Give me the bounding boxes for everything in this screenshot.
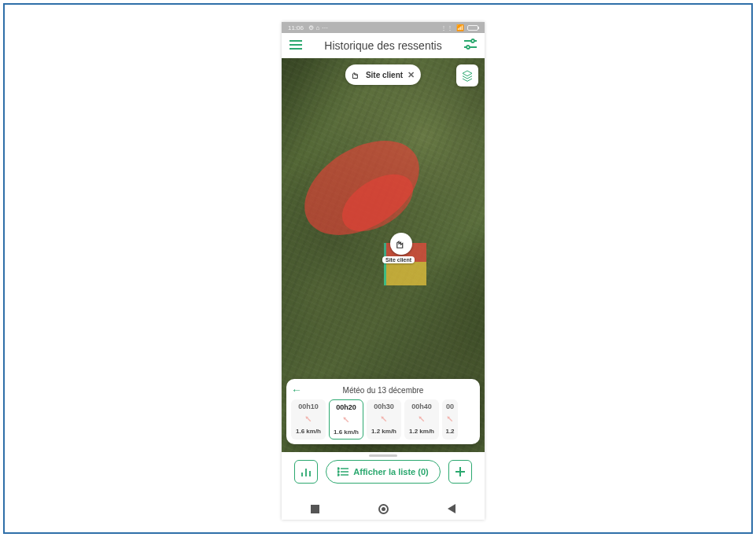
weather-time-card-partial[interactable]: 00 1.2 — [442, 399, 458, 440]
svg-point-0 — [471, 39, 474, 42]
wind-speed-label: 1.6 km/h — [296, 428, 321, 435]
time-label: 00 — [446, 403, 454, 410]
wind-speed-label: 1.2 — [445, 428, 454, 435]
site-marker-label: Site client — [382, 256, 415, 263]
phone-frame: 11:06 ⚙ ⌂ ⋯ ⋮⋮ 📶 Historique des ressenti… — [282, 22, 485, 520]
wind-arrow-icon — [341, 414, 352, 425]
signal-icon: 📶 — [456, 24, 464, 31]
wind-arrow-icon — [416, 414, 427, 425]
filter-icon[interactable] — [464, 39, 477, 53]
list-icon — [337, 467, 348, 476]
plus-icon — [455, 466, 466, 477]
wind-speed-label: 1.2 km/h — [371, 428, 396, 435]
nav-back-icon[interactable] — [448, 504, 455, 513]
svg-point-14 — [337, 474, 339, 476]
layers-icon — [461, 69, 474, 82]
svg-point-13 — [337, 471, 339, 473]
map-view[interactable]: Site client Site client ✕ ← Météo du 13 … — [282, 58, 485, 452]
weather-back-button[interactable]: ← — [291, 384, 305, 396]
wifi-icon: ⋮⋮ — [441, 24, 453, 31]
stats-button[interactable] — [294, 460, 318, 484]
drag-handle[interactable] — [369, 454, 397, 457]
wind-speed-label: 1.2 km/h — [409, 428, 434, 435]
weather-time-card[interactable]: 00h30 1.2 km/h — [367, 399, 401, 440]
time-label: 00h40 — [411, 403, 432, 410]
status-bar: 11:06 ⚙ ⌂ ⋯ ⋮⋮ 📶 — [282, 22, 485, 33]
svg-point-12 — [337, 468, 339, 469]
wind-arrow-icon — [378, 414, 389, 425]
weather-time-card[interactable]: 00h10 1.6 km/h — [291, 399, 326, 440]
site-filter-chip[interactable]: Site client ✕ — [345, 64, 421, 85]
weather-title: Météo du 13 décembre — [305, 386, 461, 395]
weather-times-row[interactable]: 00h10 1.6 km/h00h20 1.6 km/h00h30 1.2 km… — [291, 399, 475, 440]
time-label: 00h20 — [336, 403, 356, 411]
weather-panel: ← Météo du 13 décembre 00h10 1.6 km/h00h… — [286, 379, 480, 444]
show-list-button[interactable]: Afficher la liste (0) — [326, 460, 440, 484]
chip-label: Site client — [366, 71, 403, 79]
app-bar: Historique des ressentis — [282, 33, 485, 58]
weather-time-card[interactable]: 00h20 1.6 km/h — [329, 399, 363, 440]
page-title: Historique des ressentis — [310, 39, 456, 52]
wind-arrow-icon — [303, 414, 314, 425]
time-label: 00h30 — [374, 403, 394, 410]
weather-time-card[interactable]: 00h40 1.2 km/h — [404, 399, 439, 440]
layers-button[interactable] — [456, 64, 478, 86]
nav-recent-icon[interactable] — [311, 505, 319, 513]
show-list-label: Afficher la liste (0) — [353, 467, 428, 476]
add-button[interactable] — [448, 460, 472, 484]
status-right: ⋮⋮ 📶 — [441, 24, 478, 31]
close-icon[interactable]: ✕ — [408, 70, 415, 80]
time-label: 00h10 — [298, 403, 319, 410]
wind-speed-label: 1.6 km/h — [334, 428, 359, 436]
battery-icon — [467, 25, 478, 31]
wind-arrow-icon — [444, 414, 455, 425]
bottom-action-bar: Afficher la liste (0) — [282, 452, 485, 498]
android-nav-bar — [282, 498, 485, 520]
svg-point-1 — [467, 46, 470, 49]
nav-home-icon[interactable] — [378, 504, 389, 514]
factory-icon — [352, 70, 361, 79]
document-frame: 11:06 ⚙ ⌂ ⋯ ⋮⋮ 📶 Historique des ressenti… — [3, 3, 753, 534]
weather-header: ← Météo du 13 décembre — [291, 384, 475, 396]
bar-chart-icon — [301, 466, 312, 477]
site-marker-pin[interactable] — [390, 233, 412, 255]
status-time: 11:06 ⚙ ⌂ ⋯ — [288, 24, 328, 31]
menu-icon[interactable] — [289, 39, 302, 53]
